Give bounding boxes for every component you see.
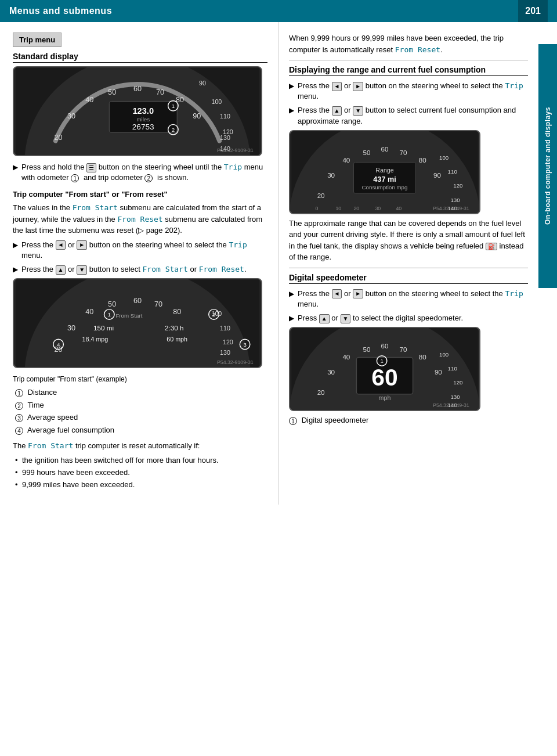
from-reset-code-1: From Reset (117, 215, 162, 224)
svg-text:30: 30 (67, 112, 75, 120)
arrow-right-icon-7: ▶ (289, 314, 294, 323)
svg-text:60: 60 (133, 297, 142, 305)
btn-up-icon-3: ▲ (319, 314, 330, 323)
svg-text:30: 30 (375, 206, 381, 211)
svg-text:90: 90 (435, 368, 442, 376)
svg-text:70: 70 (400, 345, 407, 353)
fuel-arrow-1: ▶ Press the ◄ or ► button on the steerin… (289, 81, 528, 102)
svg-text:40: 40 (85, 308, 93, 316)
standard-display-title: Standard display (13, 52, 267, 63)
svg-text:110: 110 (448, 168, 458, 175)
digital-legend-label: Digital speedometer (302, 416, 369, 424)
arrow-right-icon-4: ▶ (289, 81, 294, 91)
from-start-code-3: From Start (28, 441, 73, 450)
trip-code-1: Trip (224, 163, 242, 171)
svg-text:10: 10 (335, 206, 341, 211)
svg-text:50: 50 (363, 345, 370, 353)
trip-arrow-2: ▶ Press the ▲ or ▼ button to select From… (13, 264, 267, 275)
svg-text:123.0: 123.0 (132, 106, 154, 116)
trip-computer-caption-text: Trip computer "From start" (example) (13, 374, 267, 384)
arrow-right-icon-5: ▶ (289, 106, 294, 116)
trip-code-3: Trip (505, 81, 523, 90)
svg-text:26753: 26753 (132, 123, 154, 131)
svg-text:130: 130 (220, 134, 230, 141)
digital-arrow-2-text: Press ▲ or ▼ to select the digital speed… (298, 313, 528, 323)
digital-arrow-1: ▶ Press the ◄ or ► button on the steerin… (289, 289, 528, 309)
digital-arrow-2: ▶ Press ▲ or ▼ to select the digital spe… (289, 313, 528, 323)
arrow-right-icon-2: ▶ (13, 240, 18, 250)
btn-left-icon: ◄ (56, 240, 66, 250)
btn-right-icon-3: ► (353, 289, 363, 298)
svg-text:30: 30 (67, 324, 75, 332)
svg-text:50: 50 (363, 149, 370, 156)
svg-text:60: 60 (371, 364, 397, 391)
btn-left-icon-2: ◄ (332, 82, 342, 91)
svg-text:mph: mph (379, 395, 391, 402)
svg-text:70: 70 (400, 149, 407, 156)
svg-text:110: 110 (448, 365, 458, 372)
svg-text:120: 120 (453, 380, 463, 386)
header-title: Menus and submenus (9, 6, 112, 16)
press-hold-text: Press and hold the ☰ button on the steer… (21, 162, 267, 183)
svg-text:90: 90 (193, 112, 201, 120)
digital-legend-paragraph: 1 Digital speedometer (289, 415, 528, 426)
bullet-list: the ignition has been switched off for m… (13, 455, 267, 491)
svg-text:90: 90 (199, 80, 206, 87)
fuel-approx-paragraph: The approximate range that can be covere… (289, 218, 528, 263)
side-tab: On-board computer and displays (538, 44, 557, 288)
svg-text:18.4 mpg: 18.4 mpg (82, 336, 108, 343)
fuel-arrow-1-text: Press the ◄ or ► button on the steering … (298, 81, 528, 102)
svg-text:20: 20 (55, 134, 63, 142)
svg-text:80: 80 (419, 156, 426, 164)
btn-down-icon-3: ▼ (341, 314, 351, 323)
fuel-arrow-2-text: Press the ▲ or ▼ button to select curren… (298, 105, 528, 126)
circle-2: 2 (144, 174, 153, 182)
svg-text:3: 3 (243, 341, 246, 348)
trip-arrow-1: ▶ Press the ◄ or ► button on the steerin… (13, 240, 267, 261)
page-number: 201 (518, 0, 548, 22)
section-box-trip-menu: Trip menu (13, 33, 62, 47)
trip-code-4: Trip (505, 289, 523, 298)
btn-left-icon-3: ◄ (332, 289, 342, 298)
svg-text:2: 2 (212, 312, 215, 318)
digital-speedo-image: 20 30 40 50 60 70 80 90 100 110 120 130 … (289, 327, 480, 411)
svg-text:70: 70 (156, 88, 164, 96)
from-start-code-1: From Start (73, 203, 118, 212)
side-tab-label: On-board computer and displays (544, 107, 552, 225)
svg-text:30: 30 (327, 171, 335, 178)
svg-text:437 mi: 437 mi (373, 175, 396, 183)
legend-item-1: 1 Distance (13, 387, 267, 398)
circle-legend-1: 1 (289, 417, 297, 425)
svg-text:40: 40 (342, 156, 350, 164)
svg-text:50: 50 (108, 88, 116, 96)
svg-text:40: 40 (85, 96, 93, 104)
svg-text:2: 2 (172, 127, 175, 133)
fuel-section-title: Displaying the range and current fuel co… (289, 65, 528, 76)
svg-text:40: 40 (342, 354, 350, 361)
svg-text:4: 4 (57, 341, 60, 348)
svg-text:60: 60 (133, 85, 142, 93)
svg-text:P54.32-9109-31: P54.32-9109-31 (217, 360, 254, 366)
svg-text:80: 80 (419, 354, 426, 361)
fuel-speedo-image: 20 30 40 50 60 70 80 90 100 110 120 130 … (289, 130, 480, 214)
digital-speedo-title: Digital speedometer (289, 273, 528, 284)
svg-text:Range: Range (375, 167, 394, 174)
from-start-reset-text: The From Start trip computer is reset au… (13, 440, 267, 452)
legend-item-4: 4 Average fuel consumption (13, 424, 267, 436)
btn-down-icon-2: ▼ (353, 106, 363, 116)
divider-1 (289, 60, 528, 60)
svg-text:60 mph: 60 mph (167, 336, 187, 343)
right-column: When 9,999 hours or 99,999 miles have be… (278, 22, 538, 505)
svg-text:110: 110 (220, 325, 230, 332)
from-reset-code-2: From Reset (199, 265, 244, 273)
fuel-arrow-2: ▶ Press the ▲ or ▼ button to select curr… (289, 105, 528, 126)
legend-list: 1 Distance 2 Time 3 Average speed 4 Aver… (13, 387, 267, 435)
svg-text:miles: miles (136, 116, 150, 123)
trip-code-2: Trip (229, 240, 247, 249)
svg-text:150 mi: 150 mi (93, 324, 114, 332)
svg-text:1: 1 (172, 103, 175, 109)
bullet-item-1: the ignition has been switched off for m… (13, 455, 267, 466)
btn-up-icon-2: ▲ (332, 106, 342, 116)
arrow-right-icon-6: ▶ (289, 289, 294, 299)
trip-arrow-1-text: Press the ◄ or ► button on the steering … (21, 240, 267, 261)
